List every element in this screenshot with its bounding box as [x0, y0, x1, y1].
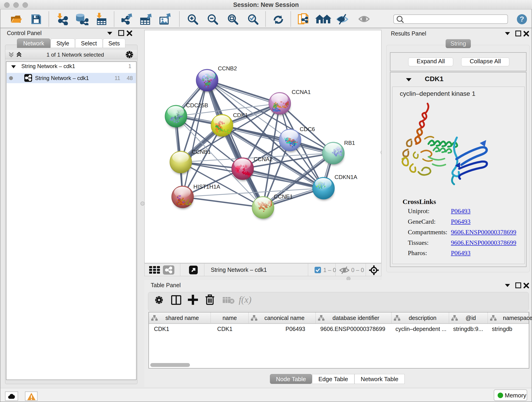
svg-text:CCNA1: CCNA1 [292, 89, 311, 95]
svg-text:CCNE1: CCNE1 [274, 193, 293, 200]
svg-text:CDKN1A: CDKN1A [335, 174, 357, 180]
svg-text:CDC6: CDC6 [300, 126, 315, 132]
svg-text:CCNA2: CCNA2 [254, 156, 273, 162]
svg-text:CCNB1: CCNB1 [192, 149, 211, 155]
svg-text:HIST1H1A: HIST1H1A [193, 184, 220, 190]
svg-text:RB1: RB1 [344, 140, 355, 146]
svg-text:CDK1: CDK1 [233, 112, 248, 118]
svg-text:?: ? [520, 15, 524, 23]
svg-text:CDC25B: CDC25B [186, 102, 208, 108]
svg-text:CCNB2: CCNB2 [218, 65, 237, 71]
